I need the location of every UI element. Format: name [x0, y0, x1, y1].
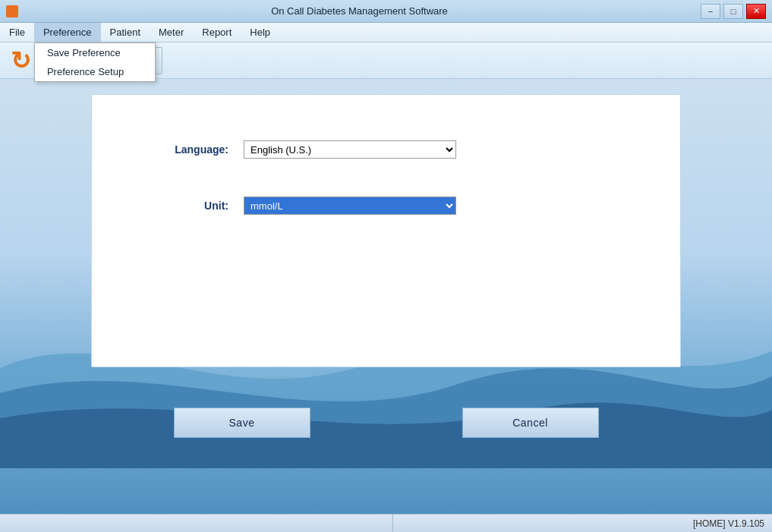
menu-item-preference[interactable]: Preference Save Preference Preference Se…: [34, 23, 101, 42]
save-button[interactable]: Save: [174, 408, 310, 438]
form-section: Language: English (U.S.) Español Françai…: [92, 95, 680, 298]
close-button[interactable]: ✕: [746, 4, 766, 19]
content-panel: Language: English (U.S.) Español Françai…: [91, 94, 681, 367]
unit-select[interactable]: mmol/L mg/dL: [244, 197, 456, 215]
status-right: [HOME] V1.9.105: [392, 515, 772, 532]
back-button[interactable]: ↻: [6, 47, 35, 74]
title-bar: On Call Diabetes Management Software − □…: [0, 0, 772, 23]
menu-item-patient[interactable]: Patient: [101, 23, 150, 42]
bottom-buttons: Save Cancel: [0, 408, 772, 438]
status-bar: [HOME] V1.9.105: [0, 514, 772, 532]
menu-bar: File Preference Save Preference Preferen…: [0, 23, 772, 42]
save-preference-item[interactable]: Save Preference: [35, 43, 155, 62]
cancel-button[interactable]: Cancel: [462, 408, 599, 438]
menu-item-meter[interactable]: Meter: [150, 23, 193, 42]
language-select[interactable]: English (U.S.) Español Français Deutsch …: [244, 140, 456, 159]
menu-item-help[interactable]: Help: [241, 23, 279, 42]
preference-dropdown: Save Preference Preference Setup: [34, 42, 156, 82]
language-label: Language:: [153, 143, 244, 156]
menu-item-report[interactable]: Report: [193, 23, 241, 42]
restore-button[interactable]: □: [723, 4, 743, 19]
unit-label: Unit:: [153, 200, 244, 212]
menu-item-file[interactable]: File: [0, 23, 34, 42]
window-title: On Call Diabetes Management Software: [18, 5, 701, 17]
preference-setup-item[interactable]: Preference Setup: [35, 62, 155, 81]
window-controls: − □ ✕: [701, 4, 766, 19]
app-icon: [6, 5, 18, 17]
minimize-button[interactable]: −: [701, 4, 720, 19]
unit-row: Unit: mmol/L mg/dL: [153, 197, 619, 215]
language-row: Language: English (U.S.) Español Françai…: [153, 140, 619, 159]
main-area: Language: English (U.S.) Español Françai…: [0, 79, 772, 514]
